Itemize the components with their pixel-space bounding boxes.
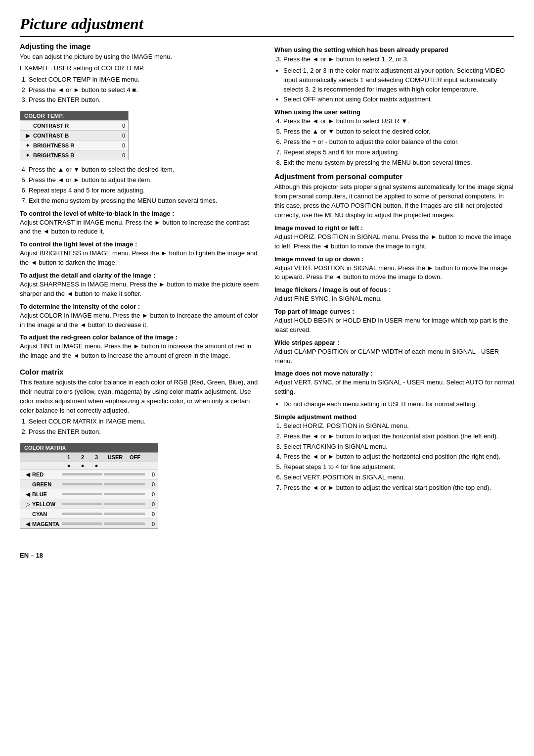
cm-row-value: 0 (145, 472, 155, 477)
cm-bar (62, 503, 102, 505)
cm-row-label: GREEN (32, 481, 62, 487)
subsection-text: Adjust HOLD BEGIN or HOLD END in USER me… (274, 316, 514, 335)
list-item: Press the ▲ or ▼ button to select the de… (283, 127, 514, 137)
adjusting-intro: You can adjust the picture by using the … (20, 52, 260, 62)
table-row: CONTRAST R 0 (20, 120, 128, 130)
cm-bar (104, 493, 145, 495)
user-setting-heading: When using the user setting (274, 108, 514, 116)
subsection-brightness: To control the light level of the image … (20, 240, 260, 268)
cm-header-row: 1 2 3 USER OFF (20, 452, 158, 462)
cm-row-value: 0 (145, 511, 155, 517)
row-label: BRIGHTNESS R (32, 142, 113, 148)
subsection-top-part-curves: Top part of image curves : Adjust HOLD B… (274, 308, 514, 335)
list-item: Repeat steps 5 and 6 for more adjusting. (283, 148, 514, 157)
row-value: 0 (113, 133, 125, 139)
subsection-heading: Image moved to up or down : (274, 255, 514, 263)
list-item: Press the ◄ or ► button to select USER ▼… (283, 117, 514, 126)
subsection-heading: To control the light level of the image … (20, 240, 260, 248)
cm-bar (104, 513, 145, 515)
table-row: ✦ BRIGHTNESS B 0 (20, 150, 128, 160)
subsection-text: Adjust FINE SYNC. in SIGNAL menu. (274, 294, 514, 304)
row-value: 0 (113, 152, 125, 158)
subsection-text: Adjust TINT in IMAGE menu. Press the ► b… (20, 342, 260, 361)
cm-bar (104, 503, 145, 505)
row-value: 0 (113, 142, 125, 148)
list-item: Select COLOR TEMP in IMAGE menu. (29, 75, 260, 85)
subsection-heading: To adjust the detail and clarity of the … (20, 272, 260, 279)
page-title: Picture adjustment (20, 15, 514, 37)
cm-row-icon: ◀ (23, 491, 32, 498)
left-column: Adjusting the image You can adjust the p… (20, 42, 260, 537)
table-row: ▶ CONTRAST B 0 (20, 130, 128, 140)
subsection-heading: Top part of image curves : (274, 308, 514, 315)
cm-bar (104, 483, 145, 485)
subsection-text: Adjust BRIGHTNESS in IMAGE menu. Press t… (20, 249, 260, 268)
simple-adjustment-steps: Select HORIZ. POSITION in SIGNAL menu. P… (283, 422, 514, 493)
list-item: Do not change each menu setting in USER … (283, 400, 514, 409)
cm-row-magenta: ◀ MAGENTA 0 (20, 519, 158, 528)
cm-bar (104, 473, 145, 475)
cm-bar (62, 493, 102, 495)
subsection-text: Adjust SHARPNESS in IMAGE menu. Press th… (20, 280, 260, 299)
cm-row-value: 0 (145, 491, 155, 497)
subsection-wide-stripes: Wide stripes appear : Adjust CLAMP POSIT… (274, 339, 514, 366)
cm-bar (62, 513, 102, 515)
list-item: Exit the menu system by pressing the MEN… (283, 158, 514, 168)
example-label: EXAMPLE: USER setting of COLOR TEMP. (20, 64, 260, 73)
adjusting-steps-1: Select COLOR TEMP in IMAGE menu. Press t… (29, 75, 260, 105)
adjustment-heading: Adjustment from personal computer (274, 172, 514, 181)
subsection-text: Adjust COLOR in IMAGE menu. Press the ► … (20, 311, 260, 330)
list-item: Press the ENTER button. (29, 95, 260, 105)
note-bullets: Do not change each menu setting in USER … (283, 400, 514, 409)
cm-row-label: MAGENTA (32, 521, 62, 527)
cm-row-value: 0 (145, 521, 155, 527)
cm-row-value: 0 (145, 501, 155, 507)
row-icon: ✦ (23, 142, 32, 149)
subsection-text: Adjust HORIZ. POSITION in SIGNAL menu. P… (274, 233, 514, 251)
list-item: Press the ▲ or ▼ button to select the de… (29, 165, 260, 175)
list-item: Press the ◄ or ► button to adjust the ho… (283, 452, 514, 462)
row-label: BRIGHTNESS B (32, 152, 113, 158)
right-column: When using the setting which has been al… (274, 42, 514, 537)
cm-row-label: CYAN (32, 511, 62, 517)
cm-bar (62, 483, 102, 485)
cm-row-icon: ◀ (23, 520, 32, 527)
subsection-text: Adjust VERT. SYNC. of the menu in SIGNAL… (274, 378, 514, 397)
color-temp-table: COLOR TEMP. CONTRAST R 0 ▶ CONTRAST B 0 … (20, 111, 129, 160)
cm-row-red: ◀ RED 0 (20, 469, 158, 479)
section-heading-adjusting: Adjusting the image (20, 42, 260, 50)
list-item: Select 1, 2 or 3 in the color matrix adj… (283, 66, 514, 94)
subsection-tint: To adjust the red-green color balance of… (20, 333, 260, 361)
simple-adjustment-heading: Simple adjustment method (274, 413, 514, 421)
cm-bar (104, 522, 145, 525)
subsection-heading: To control the level of white-to-black i… (20, 210, 260, 217)
cm-row-icon: ◀ (23, 471, 32, 478)
subsection-image-moved-up-down: Image moved to up or down : Adjust VERT.… (274, 255, 514, 283)
cm-row-yellow: ▷ YELLOW 0 (20, 499, 158, 509)
adjusting-steps-2: Press the ▲ or ▼ button to select the de… (29, 165, 260, 205)
user-setting-section: When using the user setting Press the ◄ … (274, 108, 514, 167)
cm-row-green: GREEN 0 (20, 479, 158, 489)
row-label: CONTRAST R (32, 123, 113, 129)
cm-dots-row: 1 2 3 USER OFF (62, 454, 145, 460)
list-item: Repeat steps 1 to 4 for fine adjustment. (283, 463, 514, 472)
subsection-heading: To determine the intensity of the color … (20, 303, 260, 310)
row-value: 0 (113, 123, 125, 129)
subsection-text: Adjust VERT. POSITION in SIGNAL menu. Pr… (274, 264, 514, 283)
page-footer: EN – 18 (20, 552, 514, 559)
list-item: Select COLOR MATRIX in IMAGE menu. (29, 417, 260, 426)
cm-row-cyan: CYAN 0 (20, 509, 158, 519)
subsection-heading: Wide stripes appear : (274, 339, 514, 346)
subsection-heading: Image flickers / Image is out of focus : (274, 286, 514, 293)
subsection-image-moved-right-left: Image moved to right or left : Adjust HO… (274, 224, 514, 251)
list-item: Press the ENTER button. (29, 427, 260, 437)
color-temp-title: COLOR TEMP. (20, 111, 128, 120)
color-matrix-table: COLOR MATRIX 1 2 3 USER OFF (20, 443, 158, 529)
list-item: Select VERT. POSITION in SIGNAL menu. (283, 473, 514, 482)
list-item: Press the ◄ or ► button to adjust the ve… (283, 483, 514, 493)
list-item: Press the ◄ or ► button to adjust the it… (29, 176, 260, 185)
cm-bar (62, 522, 102, 525)
subsection-text: Adjust CLAMP POSITION or CLAMP WIDTH of … (274, 347, 514, 366)
cm-row-label: RED (32, 472, 62, 477)
table-row: ✦ BRIGHTNESS R 0 (20, 140, 128, 150)
